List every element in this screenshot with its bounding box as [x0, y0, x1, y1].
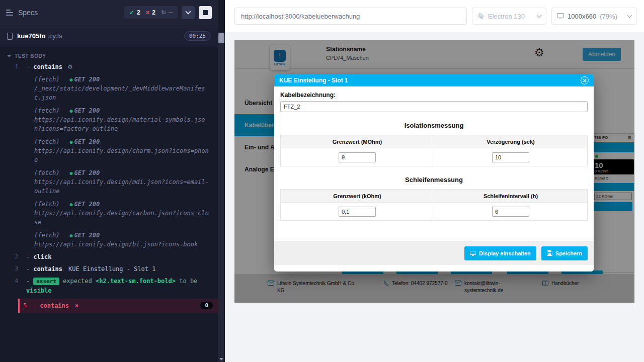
fetch-status: GET 200	[74, 201, 100, 208]
fetch-status: GET 200	[74, 107, 100, 114]
browser-name: Electron 130	[488, 13, 525, 20]
command-row[interactable]: 2 -click	[0, 251, 218, 263]
cable-name-label: Kabelbezeichnung:	[280, 92, 588, 99]
fetch-log-row[interactable]: (fetch)●GET 200 https://api.iconify.desi…	[0, 104, 218, 135]
fetch-status: GET 200	[74, 169, 100, 176]
line-number: 1	[0, 62, 26, 70]
test-stats: ✓ 2 × 2 ↻ --	[124, 6, 178, 19]
spec-name: kue705fo	[17, 32, 45, 40]
modal-header: KUE Einstellung - Slot 1 ✕	[274, 74, 594, 86]
app-stage: ⏚ LITTWIN Stationsname CPLV4_Maschen ⚙ A…	[225, 32, 644, 362]
spec-timer: 00:25	[184, 31, 211, 41]
fetch-method: (fetch)	[34, 232, 60, 239]
browser-selector[interactable]: Electron 130	[472, 8, 546, 25]
assert-state: visible	[26, 287, 52, 294]
command-dash: -	[26, 63, 30, 70]
display-icon	[470, 251, 476, 256]
fetch-log-row[interactable]: (fetch)●GET 200 /_next/static/developmen…	[0, 73, 218, 104]
command-name: contains	[40, 302, 69, 309]
scrollbar-track[interactable]	[218, 32, 224, 362]
viewport-zoom: (79%)	[600, 13, 617, 20]
specs-title[interactable]: Specs	[18, 9, 38, 17]
loop-table: Grenzwert (kOhm) Schleifenintervall (h)	[280, 189, 588, 221]
status-dot-icon: ●	[70, 139, 73, 145]
scrollbar-down-arrow-icon[interactable]	[219, 358, 223, 360]
status-dot-icon: ●	[70, 170, 73, 176]
failed-command-row[interactable]: 5 -contains× 0	[18, 299, 218, 313]
chevron-down-icon	[627, 13, 632, 18]
stop-button[interactable]	[199, 6, 212, 19]
assert-badge: assert	[33, 278, 59, 285]
fetch-log-row[interactable]: (fetch)●GET 200 https://api.iconify.desi…	[0, 166, 218, 198]
fetch-log-row[interactable]: (fetch)●GET 200 https://api.iconify.desi…	[0, 229, 218, 251]
viewport-size: 1000x660	[568, 13, 596, 20]
save-button[interactable]: Speichern	[541, 246, 588, 260]
display-on-button[interactable]: Display einschalten	[464, 246, 536, 260]
assert-row[interactable]: 4 -assertexpected <h2.text-sm.font-bold>…	[0, 275, 218, 297]
status-dot-icon: ●	[70, 202, 73, 207]
status-dot-icon: ●	[70, 233, 73, 238]
failed-count: 2	[152, 9, 155, 16]
collapse-button[interactable]	[182, 6, 195, 19]
passed-count: 2	[137, 9, 140, 16]
chevron-down-icon	[537, 13, 542, 18]
stop-icon	[203, 10, 208, 15]
loop-heading: Schleifenmessung	[280, 176, 588, 184]
test-body-section[interactable]: TEST BODY	[0, 50, 218, 61]
fetch-url: https://api.iconify.design/charm.json?ic…	[34, 146, 212, 164]
command-message: KUE Einstellung - Slot 1	[68, 265, 155, 273]
assert-to-be: to be	[179, 278, 197, 285]
fetch-method: (fetch)	[34, 107, 60, 114]
fetch-status: GET 200	[74, 138, 100, 145]
spec-extension: .cy.ts	[47, 32, 62, 40]
command-row[interactable]: 1 -contains⚙	[0, 61, 218, 73]
save-floppy-icon	[547, 250, 552, 256]
fetch-method: (fetch)	[34, 138, 60, 145]
close-icon[interactable]: ✕	[581, 76, 589, 84]
line-number: 3	[0, 264, 26, 272]
command-log: TEST BODY 1 -contains⚙ (fetch)●GET 200 /…	[0, 47, 218, 362]
fetch-status: GET 200	[74, 232, 100, 239]
line-number: 2	[0, 252, 26, 260]
refresh-icon: ↻	[161, 9, 166, 16]
specs-icon[interactable]	[6, 10, 13, 16]
iso-delay-input[interactable]	[492, 152, 529, 162]
retry-count-badge: 0	[200, 302, 213, 309]
iso-limit-input[interactable]	[339, 152, 376, 162]
fetch-log-row[interactable]: (fetch)●GET 200 https://api.iconify.desi…	[0, 135, 218, 166]
isolation-table: Grenzwert (MOhm) Verzögerung (sek)	[280, 135, 588, 166]
fetch-url: /_next/static/development/_devMiddleware…	[34, 84, 212, 102]
fetch-url: https://api.iconify.design/bi.json?icons…	[34, 240, 212, 249]
cable-name-input[interactable]	[280, 101, 588, 112]
loop-limit-input[interactable]	[339, 207, 376, 217]
command-dash: -	[26, 278, 30, 285]
command-name: contains	[33, 63, 62, 70]
electron-icon	[477, 13, 485, 20]
url-input[interactable]	[234, 8, 467, 25]
command-dash: -	[33, 302, 36, 309]
section-label: TEST BODY	[15, 53, 46, 59]
column-header: Verzögerung (sek)	[434, 135, 588, 148]
preview-pane: Electron 130 1000x660 (79%) ⏚ LITTWIN	[225, 0, 644, 362]
command-name: contains	[33, 265, 62, 273]
browser-bar: Electron 130 1000x660 (79%)	[225, 0, 644, 32]
modal-body: Kabelbezeichnung: Isolationsmessung Gren…	[274, 86, 594, 235]
scrollbar-thumb[interactable]	[218, 33, 224, 43]
column-header: Grenzwert (kOhm)	[281, 190, 434, 203]
command-dash: -	[26, 265, 30, 273]
fail-x-icon: ×	[75, 302, 78, 309]
fetch-url: https://api.iconify.design/material-symb…	[34, 115, 212, 133]
spec-file-icon	[7, 33, 13, 40]
fetch-url: https://api.iconify.design/mdi.json?icon…	[34, 177, 212, 196]
command-row[interactable]: 3 -containsKUE Einstellung - Slot 1	[0, 263, 218, 275]
line-number: 5	[20, 302, 33, 309]
loop-interval-input[interactable]	[492, 207, 529, 217]
viewport-selector[interactable]: 1000x660 (79%)	[551, 8, 637, 25]
sidebar-scrollbar[interactable]	[218, 0, 225, 362]
spec-header[interactable]: kue705fo .cy.ts 00:25	[0, 25, 218, 47]
viewport-icon	[557, 13, 564, 19]
stat-passed: ✓ 2	[129, 9, 140, 16]
fetch-log-row[interactable]: (fetch)●GET 200 https://api.iconify.desi…	[0, 198, 218, 229]
status-dot-icon: ●	[70, 77, 73, 82]
fetch-url: https://api.iconify.design/carbon.json?i…	[34, 209, 212, 227]
